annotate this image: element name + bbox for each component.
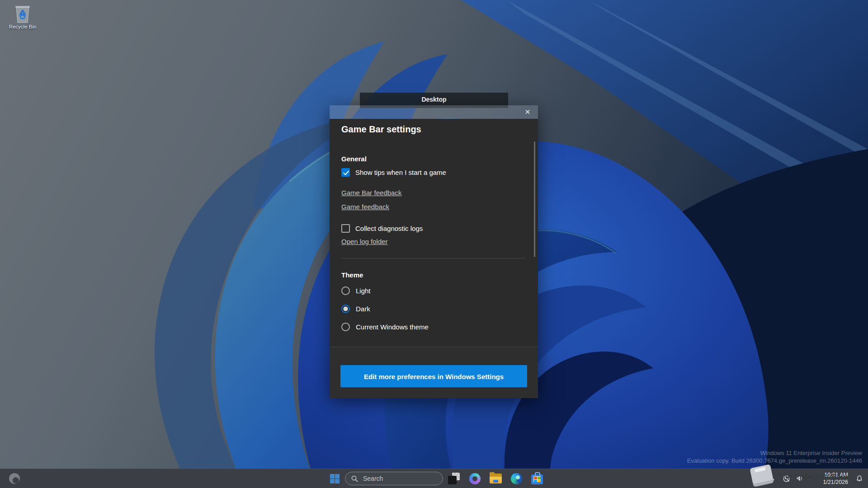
theme-option-dark[interactable]: Dark	[341, 305, 370, 313]
speaker-icon	[796, 475, 804, 482]
edge-icon	[511, 473, 522, 484]
game-bar-settings-dialog: ✕ Game Bar settings General Show tips wh…	[330, 105, 538, 398]
os-watermark-line1: Windows 11 Enterprise Insider Preview	[687, 449, 862, 457]
current-theme-radio-label: Current Windows theme	[356, 323, 429, 331]
search-input[interactable]	[362, 474, 432, 483]
tray-network-button[interactable]	[780, 473, 792, 484]
dark-radio[interactable]	[341, 305, 350, 313]
collect-logs-label: Collect diagnostic logs	[355, 225, 423, 232]
close-icon[interactable]: ✕	[519, 105, 536, 119]
windows-logo-icon	[330, 474, 340, 483]
open-log-folder-link[interactable]: Open log folder	[341, 238, 388, 245]
tray-notifications-button[interactable]	[854, 473, 865, 484]
dialog-header	[330, 105, 538, 119]
file-explorer-icon	[490, 474, 502, 483]
tray-clock[interactable]: 10:01 AM 1/21/2026	[807, 471, 848, 486]
clock-date: 1/21/2026	[807, 479, 848, 486]
globe-no-internet-icon	[783, 475, 790, 483]
edit-preferences-button[interactable]: Edit more preferences in Windows Setting…	[340, 365, 527, 387]
taskbar-store-button[interactable]	[528, 469, 546, 488]
collect-logs-checkbox[interactable]	[341, 224, 350, 233]
tray-volume-button[interactable]	[794, 473, 806, 484]
collect-logs-checkbox-row[interactable]: Collect diagnostic logs	[341, 224, 423, 233]
dialog-scrollbar[interactable]	[534, 141, 535, 257]
notification-bell-icon	[856, 475, 863, 482]
game-bar-feedback-link[interactable]: Game Bar feedback	[341, 189, 401, 197]
start-button[interactable]	[326, 469, 344, 488]
taskbar-copilot-button[interactable]	[466, 469, 484, 488]
current-theme-radio[interactable]	[341, 323, 350, 331]
show-tips-checkbox[interactable]	[341, 168, 350, 177]
clock-time: 10:01 AM	[807, 471, 848, 479]
copilot-icon	[469, 473, 481, 484]
chevron-up-icon	[769, 476, 775, 481]
taskbar-file-explorer-button[interactable]	[486, 469, 505, 488]
os-watermark-line2: Evaluation copy. Build 26300.7674.ge_pre…	[687, 457, 862, 465]
weather-moon-icon	[9, 473, 20, 484]
os-build-watermark: Windows 11 Enterprise Insider Preview Ev…	[687, 449, 862, 465]
microsoft-store-icon	[531, 474, 543, 484]
dark-radio-label: Dark	[356, 305, 370, 313]
theme-option-light[interactable]: Light	[341, 286, 371, 295]
theme-option-current[interactable]: Current Windows theme	[341, 323, 429, 331]
taskbar-widgets-button[interactable]	[5, 472, 24, 485]
light-radio-label: Light	[356, 287, 371, 295]
dialog-title: Game Bar settings	[341, 124, 421, 135]
light-radio[interactable]	[341, 286, 350, 295]
show-tips-label: Show tips when I start a game	[355, 169, 446, 176]
app-window-icon	[448, 473, 460, 484]
taskbar-app-window-button[interactable]	[445, 469, 463, 488]
search-icon	[351, 475, 358, 482]
recycle-bin-label: Recycle Bin	[5, 24, 41, 29]
show-tips-checkbox-row[interactable]: Show tips when I start a game	[341, 168, 446, 177]
screen: Recycle Bin Desktop ✕ Game Bar settings …	[0, 0, 868, 488]
recycle-bin-icon	[14, 5, 31, 23]
game-feedback-link[interactable]: Game feedback	[341, 203, 389, 211]
tray-show-hidden-icons-button[interactable]	[766, 473, 778, 484]
section-divider	[341, 258, 526, 258]
taskbar-edge-button[interactable]	[507, 469, 525, 488]
taskbar-search-box[interactable]	[345, 472, 443, 485]
general-section-heading: General	[341, 155, 367, 163]
theme-section-heading: Theme	[341, 271, 363, 279]
recycle-bin-shortcut[interactable]: Recycle Bin	[5, 5, 41, 34]
